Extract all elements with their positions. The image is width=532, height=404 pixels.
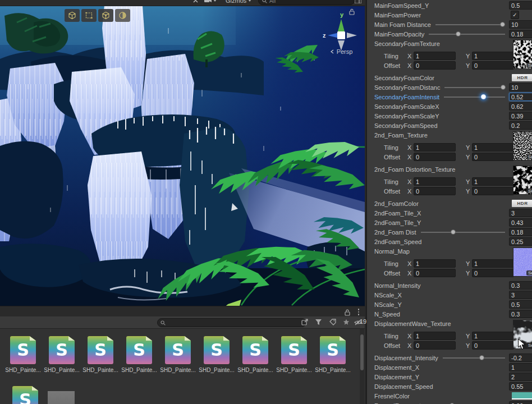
favorites-star-icon[interactable] xyxy=(341,318,351,327)
slider-handle[interactable] xyxy=(456,31,461,36)
value-field[interactable]: 0.18 xyxy=(509,228,532,236)
slider-handle[interactable] xyxy=(479,355,484,360)
value-field[interactable]: 2 xyxy=(509,373,532,381)
sphere-shaded-tool-button[interactable] xyxy=(115,9,130,22)
value-field[interactable]: 10 xyxy=(509,20,532,29)
offset-y-field[interactable]: 0 xyxy=(472,187,514,195)
slider-track[interactable] xyxy=(444,82,505,92)
offset-y-field[interactable]: 0 xyxy=(472,153,514,161)
slider-handle[interactable] xyxy=(451,229,456,235)
offset-x-field[interactable]: 0 xyxy=(414,187,456,195)
offset-y-field[interactable]: 0 xyxy=(472,61,514,70)
asset-item[interactable]: SSHD_Painte... xyxy=(10,336,36,373)
tiling-y-field[interactable]: 1 xyxy=(472,177,514,186)
value-field[interactable]: 0.18 xyxy=(509,30,532,38)
slider-track[interactable] xyxy=(443,353,505,362)
select-button[interactable]: Se xyxy=(526,189,532,194)
offset-x-field[interactable]: 0 xyxy=(414,341,456,350)
asset-item[interactable]: SSHD_Painte... xyxy=(281,336,307,373)
asset-item[interactable]: SSHD_Painte... xyxy=(126,336,152,373)
cube-wireframe-tool-button[interactable] xyxy=(65,9,80,22)
select-button[interactable]: Se xyxy=(526,154,532,159)
gizmos-dropdown[interactable]: Gizmos xyxy=(226,0,251,6)
color-swatch[interactable] xyxy=(512,392,532,400)
value-field[interactable]: 3 xyxy=(509,291,532,299)
tiling-y-field[interactable]: 1 xyxy=(472,259,514,268)
value-field[interactable]: 0.3 xyxy=(509,281,532,290)
tag-label-icon[interactable] xyxy=(328,318,338,327)
filter-by-type-icon[interactable] xyxy=(313,318,323,327)
slider-handle[interactable] xyxy=(500,22,505,27)
camera-icon[interactable] xyxy=(204,0,217,6)
value-field[interactable]: 0.5 xyxy=(509,300,532,309)
lock-icon[interactable] xyxy=(349,7,355,17)
hdr-color-swatch[interactable]: HDR xyxy=(512,200,532,207)
y-axis-label: Y xyxy=(466,260,472,267)
asset-item[interactable]: SSHD_Painte... xyxy=(204,336,230,373)
offset-y-field[interactable]: 0 xyxy=(472,341,514,350)
slider-track[interactable] xyxy=(421,227,505,237)
project-search-input[interactable] xyxy=(157,318,306,327)
value-field[interactable]: 0.99 xyxy=(509,401,532,404)
value-field[interactable]: -0.2 xyxy=(509,354,532,362)
texture-thumbnail[interactable]: Se xyxy=(513,166,532,195)
open-new-window-icon[interactable] xyxy=(300,318,310,327)
texture-thumbnail[interactable]: Se xyxy=(513,40,532,69)
texture-asset-thumbnail[interactable] xyxy=(48,391,75,404)
asset-item[interactable]: SSHD_Painte... xyxy=(320,336,346,373)
asset-item[interactable]: SSHD_Painte... xyxy=(165,336,191,373)
value-field[interactable]: 0.5 xyxy=(509,1,532,10)
value-field[interactable]: 0.3 xyxy=(509,310,532,318)
asset-item[interactable]: SSHD_Painte... xyxy=(88,336,113,373)
inspector-row: SecondaryFoamColorHDR xyxy=(367,73,532,82)
scrollbar-thumb[interactable] xyxy=(360,334,364,370)
offset-x-field[interactable]: 0 xyxy=(414,153,456,161)
tiling-y-field[interactable]: 1 xyxy=(472,143,514,152)
value-field[interactable]: 3 xyxy=(509,209,532,217)
rect-tool-button[interactable] xyxy=(81,9,97,22)
tiling-y-field[interactable]: 1 xyxy=(472,332,514,340)
value-field[interactable]: 0.39 xyxy=(509,112,532,120)
slider-track[interactable] xyxy=(435,20,505,29)
kebab-menu-icon[interactable] xyxy=(358,309,360,315)
tiling-x-field[interactable]: 1 xyxy=(414,177,456,186)
scene-search-input[interactable]: All xyxy=(258,0,355,5)
hdr-color-swatch[interactable]: HDR xyxy=(512,74,532,81)
select-button[interactable]: Se xyxy=(526,343,532,348)
value-field[interactable]: 1 xyxy=(509,363,532,371)
offset-y-field[interactable]: 0 xyxy=(472,269,514,277)
slider-track[interactable] xyxy=(444,92,505,102)
tiling-x-field[interactable]: 1 xyxy=(414,52,456,60)
value-field[interactable]: 0.62 xyxy=(509,102,532,111)
tiling-y-field[interactable]: 1 xyxy=(472,52,514,60)
project-scrollbar[interactable] xyxy=(360,328,364,404)
tiling-x-field[interactable]: 1 xyxy=(414,332,456,340)
tiling-x-field[interactable]: 1 xyxy=(414,259,456,268)
value-field[interactable]: 0.2 xyxy=(509,121,532,130)
texture-thumbnail[interactable]: Se xyxy=(513,131,532,160)
value-field[interactable]: 0.52 xyxy=(509,93,532,101)
asset-item-partial[interactable]: S xyxy=(12,386,38,404)
slider-handle[interactable] xyxy=(481,94,486,99)
value-field[interactable]: 0.25 xyxy=(509,237,532,246)
persp-label[interactable]: Persp xyxy=(321,48,361,55)
select-button[interactable]: Se xyxy=(526,63,532,68)
slider-track[interactable] xyxy=(429,29,505,39)
offset-x-field[interactable]: 0 xyxy=(414,269,456,277)
asset-item[interactable]: SSHD_Painte... xyxy=(49,336,75,373)
checkbox[interactable]: ✓ xyxy=(511,11,519,19)
slider-track[interactable] xyxy=(425,401,505,404)
texture-thumbnail[interactable]: Se xyxy=(513,247,532,277)
asset-item[interactable]: SSHD_Painte... xyxy=(242,336,268,373)
tiling-x-field[interactable]: 1 xyxy=(414,143,456,152)
panel-options-icon[interactable] xyxy=(355,0,361,6)
cube-pivot-tool-button[interactable] xyxy=(98,9,113,22)
offset-x-field[interactable]: 0 xyxy=(414,61,456,70)
scene-render[interactable] xyxy=(0,6,365,306)
close-icon[interactable] xyxy=(193,0,198,6)
slider-handle[interactable] xyxy=(501,85,506,90)
value-field[interactable]: 0.55 xyxy=(509,382,532,391)
value-field[interactable]: 10 xyxy=(509,83,532,91)
value-field[interactable]: 0.43 xyxy=(509,218,532,227)
select-button[interactable]: Se xyxy=(526,270,532,276)
